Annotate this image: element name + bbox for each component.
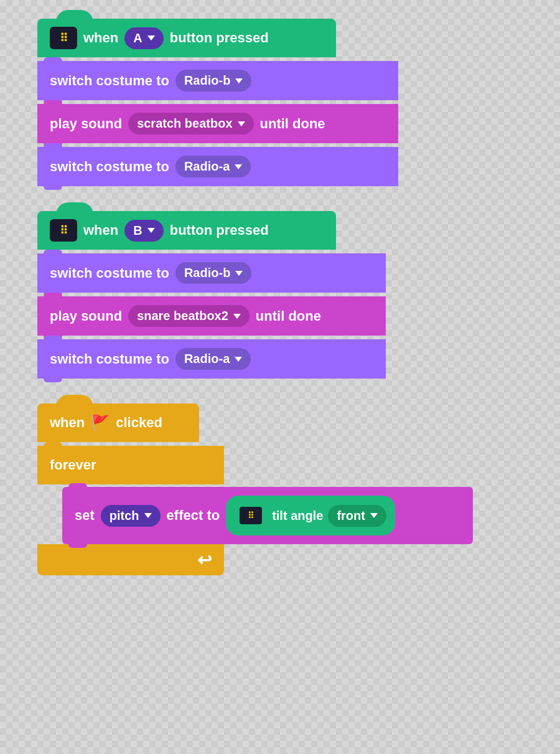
hat-when-label-3: when <box>50 415 85 431</box>
switch-costume-block-4[interactable]: switch costume to Radio-a <box>37 339 386 379</box>
hat-clicked-label: clicked <box>116 415 162 431</box>
play-sound-block-2[interactable]: play sound snare beatbox2 until done <box>37 296 386 336</box>
block-group-1: when A button pressed switch costume to … <box>37 19 398 186</box>
hat-when-label: when <box>83 30 118 46</box>
switch-costume-label-2: switch costume to <box>50 159 169 175</box>
microbit-icon-1 <box>50 27 77 49</box>
switch-costume-block-3[interactable]: switch costume to Radio-b <box>37 253 386 293</box>
tilt-angle-label: tilt angle <box>272 509 323 523</box>
set-pitch-effect-block[interactable]: set pitch effect to tilt angle <box>62 487 473 544</box>
dropdown-arrow-icon <box>235 78 243 83</box>
hat-suffix-label: button pressed <box>170 30 269 46</box>
hat-when-label-2: when <box>83 222 118 238</box>
block-group-3: when 🚩 clicked forever set pitch <box>37 403 473 575</box>
effect-to-label: effect to <box>167 507 220 524</box>
dropdown-arrow-icon <box>370 513 378 518</box>
hat-block-a[interactable]: when A button pressed <box>37 19 336 57</box>
play-sound-suffix-2: until done <box>256 308 321 324</box>
microbit-tilt-pill[interactable]: tilt angle front <box>226 496 395 535</box>
play-sound-prefix-1: play sound <box>50 116 122 132</box>
dropdown-arrow-icon <box>238 121 245 126</box>
switch-costume-block-1[interactable]: switch costume to Radio-b <box>37 61 398 100</box>
switch-costume-label-3: switch costume to <box>50 265 169 281</box>
pitch-dropdown[interactable]: pitch <box>101 505 161 527</box>
button-b-dropdown[interactable]: B <box>124 220 163 242</box>
forever-label: forever <box>50 457 96 473</box>
block-group-2: when B button pressed switch costume to … <box>37 211 386 379</box>
switch-costume-label-4: switch costume to <box>50 351 169 367</box>
set-label: set <box>75 507 95 524</box>
forever-inner: set pitch effect to tilt angle <box>62 487 473 544</box>
costume-radio-a-dropdown-1[interactable]: Radio-a <box>175 156 251 177</box>
green-flag-icon: 🚩 <box>91 414 110 431</box>
microbit-icon-2 <box>50 219 77 242</box>
play-sound-prefix-2: play sound <box>50 308 122 324</box>
switch-costume-label-1: switch costume to <box>50 73 169 89</box>
play-sound-block-1[interactable]: play sound scratch beatbox until done <box>37 104 398 143</box>
hat-block-flag[interactable]: when 🚩 clicked <box>37 403 199 442</box>
dropdown-arrow-icon <box>144 513 152 518</box>
microbit-teal-icon <box>235 499 267 532</box>
dropdown-arrow-icon <box>147 228 155 233</box>
dropdown-arrow-icon <box>147 35 155 40</box>
loop-arrow-icon: ↩ <box>197 550 212 570</box>
forever-label-row: forever <box>37 446 224 484</box>
button-a-dropdown[interactable]: A <box>124 27 163 49</box>
switch-costume-block-2[interactable]: switch costume to Radio-a <box>37 147 398 186</box>
dropdown-arrow-icon <box>235 271 243 276</box>
forever-block[interactable]: forever set pitch effect to <box>37 446 473 575</box>
play-sound-suffix-1: until done <box>260 116 325 132</box>
sound-snare-dropdown[interactable]: snare beatbox2 <box>128 305 250 327</box>
sound-beatbox-dropdown-1[interactable]: scratch beatbox <box>128 113 253 134</box>
forever-bottom: ↩ <box>37 544 224 575</box>
dropdown-arrow-icon <box>235 357 242 362</box>
hat-block-b[interactable]: when B button pressed <box>37 211 336 250</box>
costume-radio-b-dropdown-1[interactable]: Radio-b <box>175 70 251 92</box>
dropdown-arrow-icon <box>235 164 242 169</box>
costume-radio-a-dropdown-2[interactable]: Radio-a <box>175 348 251 370</box>
hat-suffix-label-2: button pressed <box>170 222 269 238</box>
front-dropdown[interactable]: front <box>328 505 386 527</box>
costume-radio-b-dropdown-2[interactable]: Radio-b <box>175 262 251 284</box>
dropdown-arrow-icon <box>233 314 241 319</box>
